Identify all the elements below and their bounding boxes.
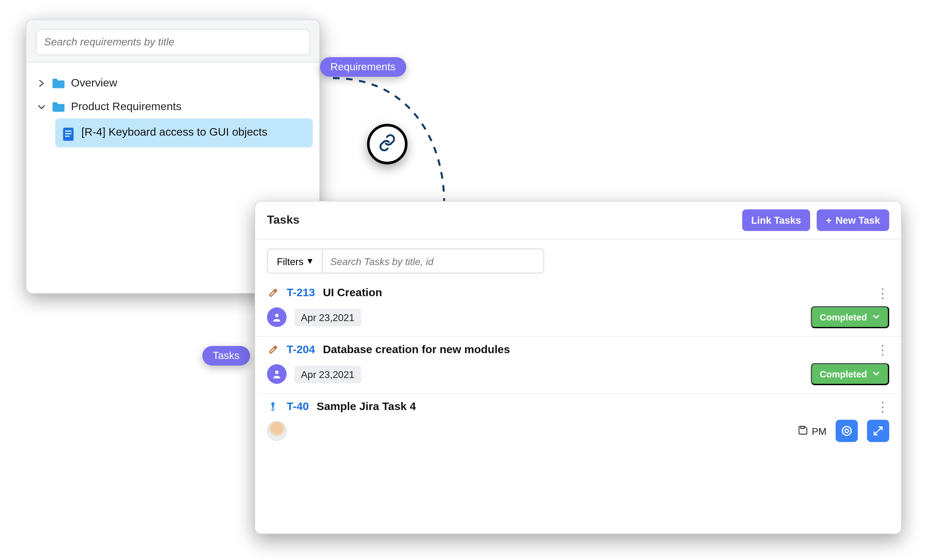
task-title: UI Creation <box>323 286 382 300</box>
folder-icon <box>51 77 66 89</box>
caret-down-icon: ▾ <box>307 255 313 267</box>
hammer-icon <box>267 344 279 356</box>
status-label: Completed <box>820 369 867 380</box>
task-id[interactable]: T-204 <box>287 343 315 357</box>
filters-button[interactable]: Filters ▾ <box>267 249 322 274</box>
task-item[interactable]: T-40 Sample Jira Task 4 ⋮ PM <box>255 393 901 450</box>
kebab-menu-icon[interactable]: ⋮ <box>876 400 889 413</box>
svg-point-7 <box>842 426 851 435</box>
requirement-item-selected[interactable]: [R-4] Keyboard access to GUI objects <box>55 118 313 147</box>
chevron-down-icon <box>872 312 880 323</box>
tree-item-product-requirements[interactable]: Product Requirements <box>33 95 313 119</box>
tasks-search-input[interactable] <box>322 249 544 274</box>
task-id[interactable]: T-213 <box>287 286 315 300</box>
svg-rect-1 <box>65 130 72 132</box>
assignee-avatar[interactable] <box>267 364 287 384</box>
chevron-down-icon <box>872 369 880 380</box>
tasks-pill: Tasks <box>202 346 250 366</box>
filters-label: Filters <box>277 255 304 267</box>
tasks-panel: Tasks Link Tasks + New Task Filters ▾ <box>254 201 902 534</box>
kebab-menu-icon[interactable]: ⋮ <box>876 343 889 357</box>
assignee-avatar[interactable] <box>267 421 287 441</box>
tree-item-overview[interactable]: Overview <box>33 72 313 95</box>
pm-label: PM <box>797 425 826 437</box>
tasks-actions: Link Tasks + New Task <box>742 209 889 231</box>
pm-text: PM <box>812 425 826 437</box>
requirement-item-label: [R-4] Keyboard access to GUI objects <box>82 125 267 140</box>
svg-point-4 <box>275 314 279 317</box>
task-item[interactable]: T-204 Database creation for new modules … <box>255 336 901 393</box>
link-icon <box>378 134 396 154</box>
assignee-avatar[interactable] <box>267 308 287 327</box>
svg-rect-2 <box>65 133 72 134</box>
svg-rect-6 <box>800 426 804 428</box>
document-icon <box>62 126 75 141</box>
new-task-button[interactable]: + New Task <box>817 209 889 231</box>
chevron-down-icon <box>37 102 46 111</box>
kebab-menu-icon[interactable]: ⋮ <box>876 286 889 300</box>
status-dropdown[interactable]: Completed <box>811 306 889 328</box>
hammer-icon <box>267 287 279 299</box>
status-dropdown[interactable]: Completed <box>811 363 889 385</box>
requirements-search-wrap <box>26 20 319 63</box>
jira-icon <box>267 401 279 412</box>
task-list: T-213 UI Creation ⋮ Apr 23,2021 Complete… <box>255 280 901 534</box>
tree-item-label: Product Requirements <box>71 100 182 113</box>
sync-button[interactable] <box>835 420 858 442</box>
plus-icon: + <box>826 215 832 226</box>
task-id[interactable]: T-40 <box>287 400 309 413</box>
tasks-header: Tasks Link Tasks + New Task <box>255 202 901 240</box>
tasks-toolbar: Filters ▾ <box>255 240 901 280</box>
requirements-search-input[interactable] <box>35 29 310 55</box>
tree-item-label: Overview <box>71 77 117 90</box>
tasks-title: Tasks <box>267 214 299 227</box>
requirements-tree: Overview Product Requirements [R-4] Keyb… <box>26 63 319 157</box>
expand-button[interactable] <box>867 420 889 442</box>
status-label: Completed <box>820 312 867 323</box>
link-node <box>367 124 407 164</box>
task-title: Database creation for new modules <box>323 343 510 357</box>
due-date-badge: Apr 23,2021 <box>294 308 361 326</box>
svg-rect-3 <box>65 135 70 137</box>
folder-icon <box>51 101 66 113</box>
chevron-right-icon <box>37 79 46 88</box>
svg-rect-0 <box>63 128 74 141</box>
due-date-badge: Apr 23,2021 <box>294 365 361 383</box>
save-icon <box>797 425 808 437</box>
svg-point-5 <box>275 371 279 374</box>
new-task-label: New Task <box>835 215 880 226</box>
task-item[interactable]: T-213 UI Creation ⋮ Apr 23,2021 Complete… <box>255 280 901 336</box>
task-title: Sample Jira Task 4 <box>317 400 416 413</box>
link-tasks-button[interactable]: Link Tasks <box>742 209 810 231</box>
